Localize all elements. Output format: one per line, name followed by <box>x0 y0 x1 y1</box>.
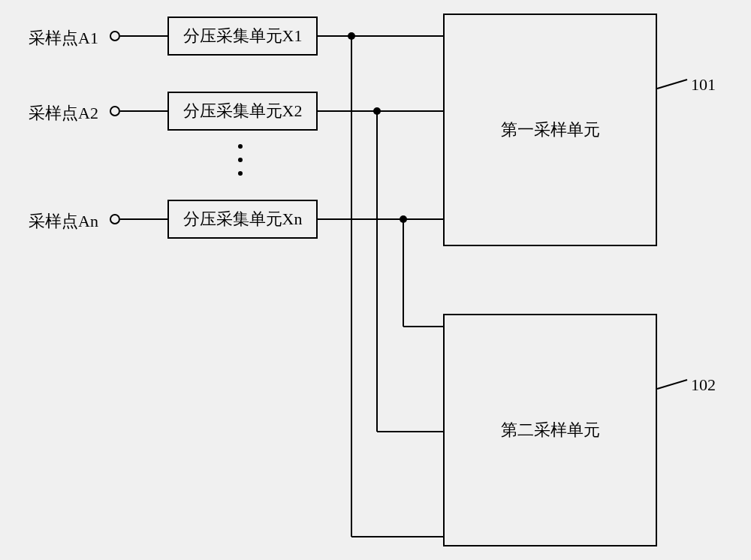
sampling-point-label-an: 采样点An <box>29 210 98 233</box>
junction-x1-icon <box>348 32 355 40</box>
sampling-point-label-a2: 采样点A2 <box>29 102 98 125</box>
divider-box-x2: 分压采集单元X2 <box>167 92 318 131</box>
first-sampling-unit-label: 第一采样单元 <box>501 119 600 141</box>
divider-label-xn: 分压采集单元Xn <box>183 208 303 230</box>
ellipsis-left-icon <box>238 144 243 176</box>
ref-101: 101 <box>691 75 716 95</box>
terminal-a1-icon <box>110 31 120 41</box>
svg-line-12 <box>657 80 687 89</box>
divider-box-xn: 分压采集单元Xn <box>167 200 318 239</box>
first-sampling-unit-box: 第一采样单元 <box>443 14 657 246</box>
block-diagram: 采样点A1 采样点A2 采样点An 分压采集单元X1 分压采集单元X2 分压采集… <box>0 0 751 560</box>
junction-xn-icon <box>400 215 407 223</box>
ref-102: 102 <box>691 375 716 395</box>
divider-label-x2: 分压采集单元X2 <box>183 100 303 122</box>
junction-x2-icon <box>373 107 381 115</box>
terminal-an-icon <box>110 214 120 224</box>
sampling-point-label-a1: 采样点A1 <box>29 27 98 50</box>
second-sampling-unit-label: 第二采样单元 <box>501 419 600 441</box>
divider-box-x1: 分压采集单元X1 <box>167 17 318 56</box>
divider-label-x1: 分压采集单元X1 <box>183 25 303 47</box>
second-sampling-unit-box: 第二采样单元 <box>443 314 657 546</box>
svg-line-13 <box>657 380 687 389</box>
terminal-a2-icon <box>110 106 120 116</box>
